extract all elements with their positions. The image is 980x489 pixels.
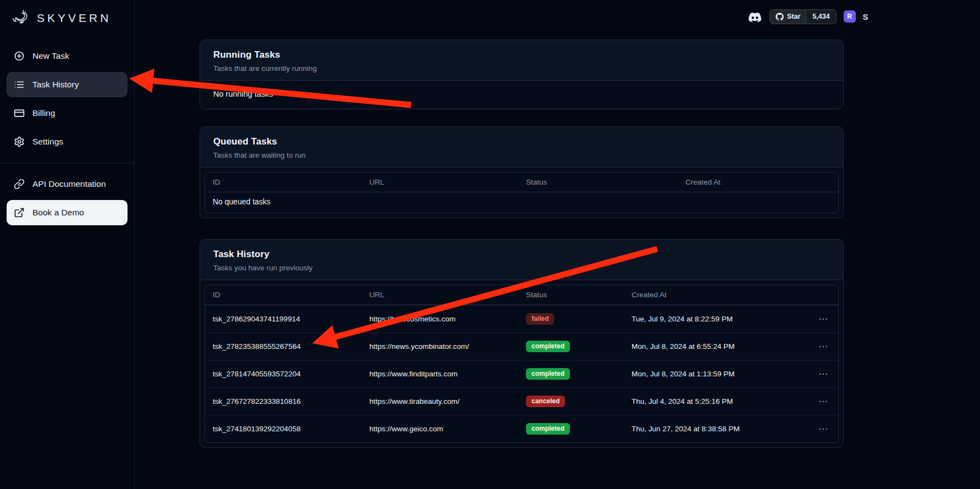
column-header-status: Status	[518, 173, 678, 192]
column-header-id: ID	[205, 173, 362, 192]
sidebar-item-task-history[interactable]: Task History	[7, 72, 128, 97]
row-menu-button[interactable]: ⋯	[815, 368, 831, 380]
empty-state-text: No running tasks	[213, 90, 830, 98]
empty-state-text: No queued tasks	[205, 192, 838, 213]
sidebar-item-label: New Task	[32, 51, 69, 61]
plus-circle-icon	[14, 51, 25, 62]
sidebar-item-label: Settings	[32, 137, 63, 147]
github-star-left: Star	[770, 10, 806, 24]
status-badge: completed	[526, 368, 570, 380]
task-actions-cell: ⋯	[807, 305, 838, 332]
task-row[interactable]: tsk_278147405593572204 https://www.findi…	[205, 360, 838, 387]
github-star-label: Star	[787, 13, 800, 20]
card-title: Queued Tasks	[213, 136, 830, 147]
logo[interactable]: SKYVERN	[0, 0, 134, 33]
column-header-status: Status	[518, 285, 624, 304]
task-history-card: Task History Tasks you have run previous…	[200, 239, 844, 448]
column-header-url: URL	[362, 285, 518, 304]
task-status-cell: completed	[518, 360, 624, 387]
task-status-cell: completed	[518, 333, 624, 360]
sidebar-item-label: Book a Demo	[32, 208, 84, 218]
github-star-count: 5,434	[806, 10, 835, 24]
task-row[interactable]: tsk_276727822333810816 https://www.tirab…	[205, 387, 838, 415]
task-id-cell: tsk_278235388555267564	[205, 335, 362, 358]
column-header-created-at: Created At	[624, 285, 807, 304]
column-header-created-at: Created At	[678, 173, 838, 192]
list-icon	[14, 79, 25, 90]
sidebar-item-new-task[interactable]: New Task	[7, 43, 128, 69]
task-row[interactable]: tsk_274180139292204058 https://www.geico…	[205, 415, 838, 442]
status-badge: canceled	[526, 396, 565, 407]
queued-tasks-table: ID URL Status Created At No queued tasks	[204, 172, 839, 213]
task-history-table: ID URL Status Created At tsk_27862904374…	[204, 285, 839, 443]
row-menu-button[interactable]: ⋯	[815, 313, 831, 325]
task-url-cell: https://www.tirabeauty.com/	[362, 390, 518, 413]
task-actions-cell: ⋯	[807, 360, 838, 387]
status-badge: completed	[526, 423, 570, 435]
avatar[interactable]: R	[844, 10, 856, 23]
sidebar-item-api-documentation[interactable]: API Documentation	[7, 171, 128, 197]
row-menu-button[interactable]: ⋯	[815, 341, 831, 352]
topbar: Star 5,434 R S	[748, 8, 868, 25]
card-subtitle: Tasks that are currently running	[213, 64, 830, 73]
link-icon	[14, 179, 25, 190]
column-header-actions	[807, 290, 838, 301]
sidebar-item-settings[interactable]: Settings	[7, 129, 128, 154]
column-header-id: ID	[205, 285, 362, 304]
task-id-cell: tsk_276727822333810816	[205, 390, 362, 413]
task-url-cell: https://news.ycombinator.com/	[362, 335, 518, 358]
task-actions-cell: ⋯	[807, 333, 838, 360]
status-badge: completed	[526, 341, 570, 352]
task-url-cell: https://www.geico.com	[362, 417, 518, 441]
external-link-icon	[14, 207, 25, 218]
task-status-cell: canceled	[518, 388, 624, 415]
card-subtitle: Tasks you have run previously	[213, 264, 830, 272]
discord-icon[interactable]	[748, 11, 762, 23]
task-id-cell: tsk_278629043741199914	[205, 307, 362, 331]
task-history-header: Task History Tasks you have run previous…	[200, 240, 843, 280]
task-status-cell: completed	[518, 415, 624, 442]
table-header-row: ID URL Status Created At	[205, 285, 838, 305]
sidebar-divider	[0, 163, 134, 163]
skyvern-logo-icon	[11, 7, 33, 30]
sidebar-item-label: API Documentation	[32, 179, 106, 189]
running-tasks-card: Running Tasks Tasks that are currently r…	[200, 40, 844, 109]
task-id-cell: tsk_274180139292204058	[205, 417, 362, 441]
queued-tasks-card: Queued Tasks Tasks that are waiting to r…	[200, 126, 844, 218]
card-subtitle: Tasks that are waiting to run	[213, 151, 830, 159]
task-created-at-cell: Thu, Jun 27, 2024 at 8:38:58 PM	[624, 417, 807, 441]
gear-icon	[14, 136, 25, 147]
sidebar-item-billing[interactable]: Billing	[7, 101, 128, 126]
github-icon	[776, 13, 784, 21]
task-history-rows: tsk_278629043741199914 https://tartecosm…	[205, 305, 838, 442]
running-tasks-body: No running tasks	[200, 81, 843, 109]
github-star-button[interactable]: Star 5,434	[769, 9, 837, 24]
skyvern-app: SKYVERN New Task Task History Billing	[0, 0, 980, 489]
task-row[interactable]: tsk_278235388555267564 https://news.ycom…	[205, 332, 838, 360]
status-badge: failed	[526, 313, 554, 325]
task-history-body: ID URL Status Created At tsk_27862904374…	[200, 280, 843, 447]
task-created-at-cell: Mon, Jul 8, 2024 at 1:13:59 PM	[624, 362, 807, 386]
running-tasks-header: Running Tasks Tasks that are currently r…	[200, 40, 843, 81]
queued-tasks-body: ID URL Status Created At No queued tasks	[200, 168, 843, 218]
task-actions-cell: ⋯	[807, 415, 838, 442]
credit-card-icon	[14, 108, 25, 119]
sidebar-item-label: Task History	[32, 80, 79, 90]
card-title: Running Tasks	[213, 49, 830, 60]
row-menu-button[interactable]: ⋯	[815, 423, 831, 435]
task-url-cell: https://www.finditparts.com	[362, 362, 518, 386]
sidebar-item-book-a-demo[interactable]: Book a Demo	[7, 200, 128, 225]
row-menu-button[interactable]: ⋯	[815, 396, 831, 407]
sidebar-nav: New Task Task History Billing Settings	[0, 42, 134, 227]
org-name-partial: S	[863, 12, 868, 21]
table-header-row: ID URL Status Created At	[205, 173, 838, 192]
task-row[interactable]: tsk_278629043741199914 https://tartecosm…	[205, 305, 838, 332]
logo-text: SKYVERN	[37, 12, 111, 25]
sidebar: SKYVERN New Task Task History Billing	[0, 0, 135, 489]
task-created-at-cell: Tue, Jul 9, 2024 at 8:22:59 PM	[624, 307, 807, 331]
card-title: Task History	[213, 249, 830, 260]
main-content: Running Tasks Tasks that are currently r…	[200, 40, 844, 489]
task-id-cell: tsk_278147405593572204	[205, 362, 362, 386]
task-actions-cell: ⋯	[807, 388, 838, 415]
sidebar-item-label: Billing	[32, 108, 55, 118]
